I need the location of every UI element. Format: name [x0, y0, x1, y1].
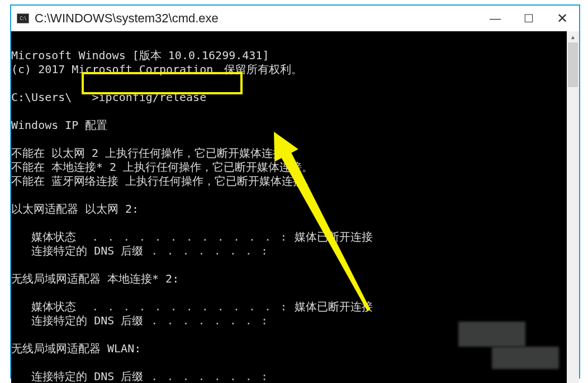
dots: . . . . . . . :: [143, 244, 269, 257]
terminal[interactable]: Microsoft Windows [版本 10.0.16299.431] (c…: [11, 31, 567, 383]
minimize-button[interactable]: —: [478, 6, 512, 31]
prompt: C:\Users\: [11, 90, 72, 104]
scroll-up-icon[interactable]: ▲: [567, 31, 579, 42]
blur-censor: [492, 347, 559, 369]
window-controls: — ☐ ✕: [478, 6, 579, 31]
dns-suffix-label: 连接特定的 DNS 后缀: [11, 370, 143, 383]
adapter-heading: 无线局域网适配器 WLAN:: [11, 342, 141, 355]
dots: . . . . . . . . . . . . :: [76, 300, 288, 313]
media-state-label: 媒体状态: [11, 300, 76, 313]
error-line: 不能在 以太网 2 上执行任何操作，它已断开媒体连接。: [11, 146, 295, 160]
error-line: 不能在 本地连接* 2 上执行任何操作，它已断开媒体连接。: [11, 160, 313, 174]
adapter-heading: 无线局域网适配器 本地连接* 2:: [11, 272, 179, 285]
command-text: ipconfig/release: [99, 90, 207, 104]
copyright-line: (c) 2017 Microsoft Corporation。保留所有权利。: [11, 63, 302, 76]
error-line: 不能在 蓝牙网络连接 上执行任何操作，它已断开媒体连接。: [11, 174, 315, 188]
media-state-label: 媒体状态: [11, 230, 76, 243]
window-title: C:\WINDOWS\system32\cmd.exe: [35, 11, 478, 26]
blur-censor: [458, 322, 525, 347]
terminal-area: Microsoft Windows [版本 10.0.16299.431] (c…: [11, 31, 579, 383]
scroll-thumb[interactable]: [568, 42, 578, 87]
cmd-window: C:\ C:\WINDOWS\system32\cmd.exe — ☐ ✕ Mi…: [10, 4, 580, 379]
dns-suffix-label: 连接特定的 DNS 后缀: [11, 314, 143, 327]
cmd-icon: C:\: [17, 13, 29, 23]
version-line: Microsoft Windows [版本 10.0.16299.431]: [11, 49, 269, 62]
title-bar[interactable]: C:\ C:\WINDOWS\system32\cmd.exe — ☐ ✕: [11, 6, 579, 31]
scrollbar[interactable]: ▲: [567, 31, 579, 383]
close-button[interactable]: ✕: [546, 6, 579, 31]
media-state-value: 媒体已断开连接: [295, 230, 373, 243]
maximize-button[interactable]: ☐: [512, 6, 546, 31]
ip-config-header: Windows IP 配置: [11, 118, 107, 132]
dots: . . . . . . . :: [143, 370, 269, 383]
adapter-heading: 以太网适配器 以太网 2:: [11, 202, 139, 216]
media-state-value: 媒体已断开连接: [295, 300, 373, 313]
dots: . . . . . . . . . . . . :: [76, 230, 288, 243]
dots: . . . . . . . :: [143, 314, 269, 327]
dns-suffix-label: 连接特定的 DNS 后缀: [11, 244, 143, 257]
